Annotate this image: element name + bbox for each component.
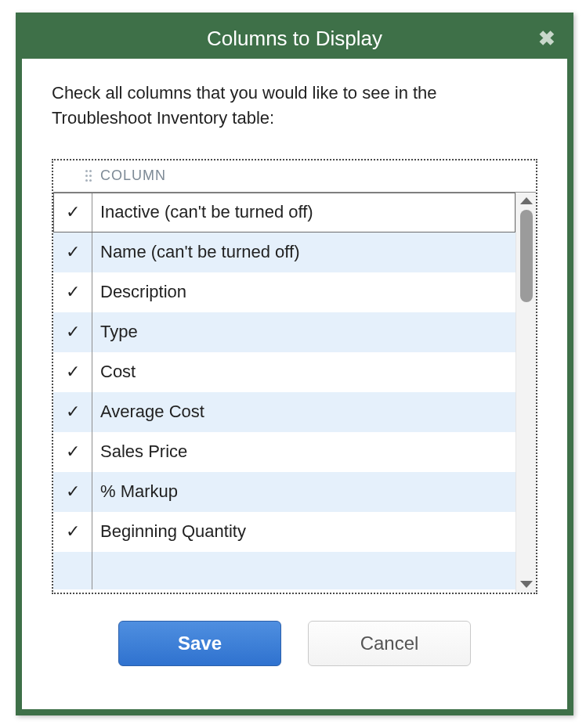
scroll-thumb[interactable]: [520, 210, 533, 302]
table-row[interactable]: ✓ Name (can't be turned off): [53, 232, 515, 272]
row-checkbox[interactable]: ✓: [53, 432, 92, 472]
scrollbar[interactable]: [515, 193, 536, 593]
row-label: Inactive (can't be turned off): [92, 193, 515, 232]
row-checkbox[interactable]: ✓: [53, 472, 92, 512]
row-label: Name (can't be turned off): [92, 232, 515, 272]
row-checkbox[interactable]: ✓: [53, 312, 92, 352]
table-header: COLUMN: [53, 160, 536, 192]
row-label: Sales Price: [92, 432, 515, 472]
drag-handle-icon[interactable]: [53, 170, 92, 182]
scroll-down-icon[interactable]: [520, 581, 533, 588]
row-label: Beginning Quantity: [92, 512, 515, 552]
table-row[interactable]: ✓ Beginning Quantity: [53, 512, 515, 552]
columns-dialog: Columns to Display ✖ Check all columns t…: [16, 13, 573, 715]
row-checkbox[interactable]: ✓: [53, 272, 92, 312]
table-row[interactable]: ✓ Cost: [53, 352, 515, 392]
table-row[interactable]: ✓ Description: [53, 272, 515, 312]
row-label: [92, 552, 515, 589]
column-header-label: COLUMN: [92, 168, 166, 184]
save-button[interactable]: Save: [118, 621, 281, 666]
row-label: Cost: [92, 352, 515, 392]
row-checkbox[interactable]: ✓: [53, 392, 92, 432]
table-row[interactable]: ✓ % Markup: [53, 472, 515, 512]
row-checkbox[interactable]: ✓: [53, 512, 92, 552]
table-row[interactable]: ✓ Sales Price: [53, 432, 515, 472]
close-icon[interactable]: ✖: [538, 28, 555, 49]
scroll-up-icon[interactable]: [520, 197, 533, 204]
cancel-button[interactable]: Cancel: [308, 621, 471, 666]
dialog-footer: Save Cancel: [52, 594, 537, 666]
table-rows: ✓ Inactive (can't be turned off) ✓ Name …: [53, 193, 515, 593]
table-row[interactable]: [53, 552, 515, 589]
row-label: Average Cost: [92, 392, 515, 432]
row-checkbox[interactable]: [53, 552, 92, 589]
row-checkbox[interactable]: ✓: [53, 352, 92, 392]
table-row[interactable]: ✓ Type: [53, 312, 515, 352]
dialog-title: Columns to Display: [207, 27, 382, 51]
row-label: Description: [92, 272, 515, 312]
row-label: % Markup: [92, 472, 515, 512]
instructions-text: Check all columns that you would like to…: [52, 81, 537, 131]
dialog-body: Check all columns that you would like to…: [22, 59, 567, 666]
titlebar: Columns to Display ✖: [21, 18, 568, 59]
columns-table: COLUMN ✓ Inactive (can't be turned off) …: [52, 159, 537, 594]
table-scroll: ✓ Inactive (can't be turned off) ✓ Name …: [53, 192, 536, 593]
row-checkbox[interactable]: ✓: [53, 193, 92, 232]
table-row[interactable]: ✓ Inactive (can't be turned off): [53, 193, 515, 232]
table-row[interactable]: ✓ Average Cost: [53, 392, 515, 432]
row-label: Type: [92, 312, 515, 352]
row-checkbox[interactable]: ✓: [53, 232, 92, 272]
